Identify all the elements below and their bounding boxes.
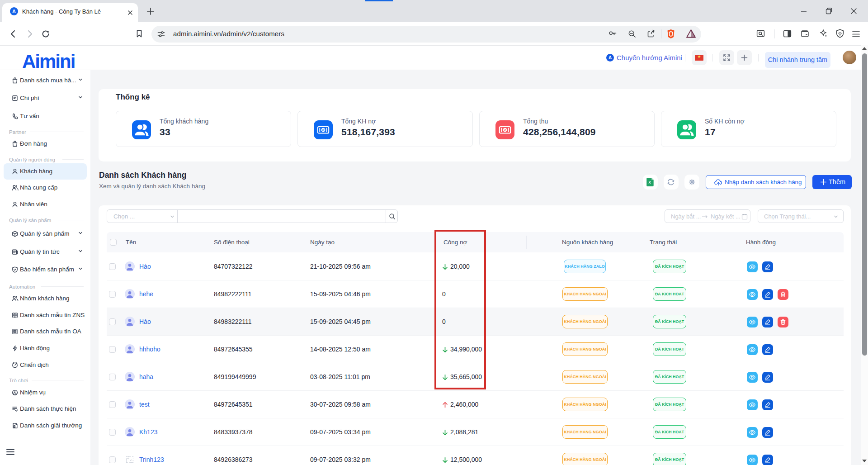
svg-text:$: $ (322, 128, 324, 132)
svg-text:$: $ (504, 128, 506, 132)
